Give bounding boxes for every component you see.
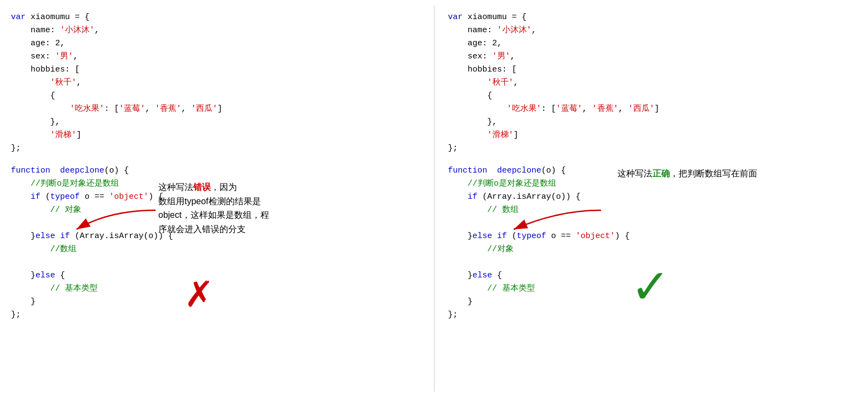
left-annotation-line3: object，这样如果是数组，程 (158, 210, 269, 220)
left-annotation-text1: 这种写法 (158, 182, 193, 192)
right-code-object: var xiaomumu = { name: '小沐沐', age: 2, se… (448, 11, 858, 155)
left-annotation-line2: 数组用typeof检测的结果是 (158, 197, 261, 206)
left-annotation: 这种写法错误，因为 数组用typeof检测的结果是 object，这样如果是数组… (158, 180, 311, 236)
right-annotation-correct: 正确 (652, 169, 670, 178)
right-arrow (492, 199, 601, 243)
right-annotation-text2: ，把判断数组写在前面 (670, 169, 757, 178)
left-panel: var xiaomumu = { name: '小沐沐', age: 2, se… (0, 5, 431, 392)
left-code-object: var xiaomumu = { name: '小沐沐', age: 2, se… (11, 11, 420, 155)
panel-divider (434, 5, 435, 392)
left-arrow (55, 199, 164, 243)
left-annotation-error: 错误 (193, 182, 211, 192)
left-annotation-text2: ，因为 (211, 182, 237, 192)
right-annotation: 这种写法正确，把判断数组写在前面 (617, 167, 808, 181)
right-panel: var xiaomumu = { name: '小沐沐', age: 2, se… (437, 5, 869, 392)
right-annotation-text1: 这种写法 (617, 169, 652, 178)
x-mark-icon: ✗ (186, 273, 212, 317)
check-mark-icon: ✓ (634, 262, 667, 317)
left-annotation-line4: 序就会进入错误的分支 (158, 224, 246, 234)
